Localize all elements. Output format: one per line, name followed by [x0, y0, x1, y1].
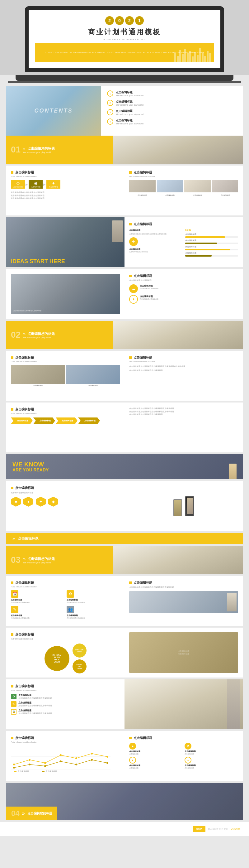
svg-rect-17	[14, 771, 16, 772]
cover-title-en: BUSINESS POWERPOINT	[35, 38, 214, 41]
ig-icon-4: 👥	[67, 606, 74, 613]
yd-pg2r	[129, 356, 132, 359]
yd-li	[11, 582, 13, 584]
phone-mock-1	[173, 499, 182, 516]
svg-point-5	[44, 762, 46, 764]
contents-num-1: 1	[107, 90, 113, 97]
right-title: 点击编辑标题	[129, 170, 238, 175]
left-panel: 点击编辑标题 Put a relevant subtitle collectio…	[6, 165, 124, 215]
svg-text:点击编辑标题: 点击编辑标题	[18, 770, 29, 772]
section-03-arrow: »	[23, 557, 26, 561]
il-title-2: 点击编辑标题	[19, 701, 52, 704]
chev-right: 点击编辑标题点击编辑标题点击编辑标题点击编辑标题 点击编辑标题点击编辑标题点击编…	[124, 403, 243, 453]
cover-slide: 2 0 2 1 商业计划书通用模板 BUSINESS POWERPOINT I'…	[29, 10, 220, 68]
pg2-right-text2: 点击编辑标题点击编辑标题点击编辑标题	[129, 369, 238, 372]
photo-1	[129, 180, 155, 192]
year-digit-2: 0	[115, 16, 124, 25]
contents-photo-left: CONTENTS	[6, 86, 101, 135]
chevron-flow: 点击编辑标题 点击编辑标题 点击编辑标题 点击编辑标题	[11, 417, 120, 424]
circle-arrangement: BILLIONPLANON AUSER PULLS ONPLAN FARINGO…	[11, 644, 120, 674]
contents-num-2: 2	[107, 100, 113, 106]
yellow-bar: » 点击编辑标题	[6, 533, 243, 544]
contents-sub-3: We welcome your play world	[116, 113, 143, 115]
cover-title-zh: 商业计划书通用模板	[35, 27, 214, 37]
section-04-title-block: 点击编辑您的标题	[27, 811, 52, 816]
svg-text:点击编辑标题: 点击编辑标题	[46, 770, 57, 772]
skills-title: 点击编辑标题	[129, 222, 238, 226]
process-arrow-1: ▶	[26, 183, 28, 186]
contents-sub-4: We welcome your play world	[116, 123, 143, 125]
cri-icon-1: ★	[129, 743, 136, 749]
contents-sub-2: We welcome your play world	[116, 104, 143, 106]
right-subtitle: Put a relevant subtitle collection	[129, 176, 238, 177]
contents-title-1: 点击编辑标题	[116, 90, 143, 94]
large-icon-sub: Put a relevant subtitle collection	[11, 586, 120, 588]
banner-arrow: »	[12, 536, 15, 541]
pg2-photo-labels: 点击编辑标题 点击编辑标题	[11, 384, 120, 386]
pg2-photo-2	[66, 365, 120, 384]
slide-chevron: 点击编辑标题 Put a relevant subtitle collectio…	[6, 403, 243, 453]
svg-point-6	[60, 754, 62, 756]
cri-2: ♻ 点击编辑标题 点击编辑标题	[185, 743, 238, 755]
section-photo	[113, 135, 243, 164]
cri-4: ✦ 点击编辑标题 点击编辑标题	[185, 757, 238, 769]
phone-right-panel	[124, 481, 243, 531]
slide-large-icons: 点击编辑标题 Put a relevant subtitle collectio…	[6, 576, 243, 626]
section-title-sub: We welcome your play world	[23, 151, 55, 153]
skill-bars: 点击编辑标题 点击编辑标题 点击编辑标题 点击编辑标题	[185, 233, 238, 257]
chev-step-2: 点击编辑标题	[33, 417, 55, 424]
skill-label-2: 点击编辑标题	[185, 239, 238, 242]
skill-label-4: 点击编辑标题	[185, 252, 238, 254]
city-list-item-1: ☁ 点击编辑标题 点击编辑标题点击编辑标题	[129, 284, 238, 293]
svg-point-9	[106, 756, 108, 757]
phone-left: 点击编辑标题 点击编辑标题点击编辑标题 ★ ♦ ✦ ◆	[6, 481, 124, 531]
contents-title-2: 点击编辑标题	[116, 100, 143, 104]
yellow-dot-icon-r	[129, 171, 132, 174]
il-title-3: 点击编辑标题	[19, 709, 52, 712]
left-title: 点击编辑标题	[11, 170, 120, 175]
section-03-yellow: 03 » 点击编辑您的标题 We welcome your play world	[6, 546, 113, 574]
slide-contents: CONTENTS 1 点击编辑标题 We welcome your play w…	[6, 86, 243, 164]
section-01-slide: 01 » 点击编辑您的标题 We welcome your play world	[6, 135, 243, 164]
slide-icon-list: 点击编辑标题 Put a relevant subtitle collectio…	[6, 679, 243, 729]
section-03-title: 点击编辑您的标题	[27, 557, 55, 561]
chev-title: 点击编辑标题	[11, 407, 120, 411]
city-photo: 点击编辑标题点击编辑标题点击编辑标题	[11, 274, 120, 314]
circle-icon-plane: ✈	[129, 237, 138, 246]
cri-icon-2: ♻	[185, 743, 191, 749]
cri-3: ♦ 点击编辑标题 点击编辑标题	[129, 757, 183, 769]
are-you-ready-text: ARE YOU READY	[12, 468, 48, 472]
yd-phone	[11, 487, 13, 489]
contents-photo: CONTENTS	[6, 86, 101, 135]
il-desc-2: 点击编辑标题点击编辑标题点击编辑标题	[19, 704, 52, 707]
contents-sub-1: We welcome your play world	[116, 94, 143, 97]
pg2-photos	[11, 365, 120, 384]
slide-section-04: 04 » 点击编辑您的标题	[6, 783, 243, 820]
section-04-num: 04	[11, 809, 20, 818]
phone-body: 点击编辑标题点击编辑标题	[11, 491, 120, 494]
watermark-price: ¥9.90/月	[231, 828, 240, 831]
svg-point-11	[29, 764, 31, 766]
section-04-bottom: 04 » 点击编辑您的标题	[6, 807, 243, 820]
year-digit-1: 2	[105, 16, 114, 25]
laptop-wrapper: 2 0 2 1 商业计划书通用模板 BUSINESS POWERPOINT I'…	[0, 0, 249, 75]
svg-point-3	[13, 764, 15, 766]
watermark-content: 众图网 精品素材 每月更新 ¥9.90/月	[2, 825, 247, 833]
yd-chev	[11, 408, 13, 411]
section-title-zh: 点击编辑您的标题	[27, 146, 55, 151]
icon-grid: 📅 点击编辑标题 点击编辑标题点击编辑标题 ⚙ 点击编辑标题 点击编辑标题点击编…	[11, 590, 120, 619]
ig-3: ✎ 点击编辑标题 点击编辑标题点击编辑标题	[11, 606, 64, 619]
large-icon-title: 点击编辑标题	[11, 581, 120, 585]
large-icon-right: 点击编辑标题 点击编辑标题点击编辑标题点击编辑标题点击编辑标题	[124, 576, 243, 626]
ig-2: ⚙ 点击编辑标题 点击编辑标题点击编辑标题	[67, 590, 120, 603]
ideas-overlay: IDEAS START HERE	[6, 217, 124, 267]
pg2-left-sub: Put a relevant subtitle collection	[11, 361, 120, 363]
we-know-right	[229, 464, 237, 479]
yd-circ	[11, 633, 13, 636]
slide-section-03: 03 » 点击编辑您的标题 We welcome your play world	[6, 546, 243, 574]
left-subtitle: Put a relevant subtitle collection	[11, 176, 120, 177]
photo-2	[157, 180, 183, 192]
ideas-image: IDEAS START HERE	[6, 217, 124, 267]
person-small	[227, 593, 237, 611]
icon-list-item-3: 🔒 点击编辑标题 点击编辑标题点击编辑标题点击编辑标题	[11, 709, 120, 715]
